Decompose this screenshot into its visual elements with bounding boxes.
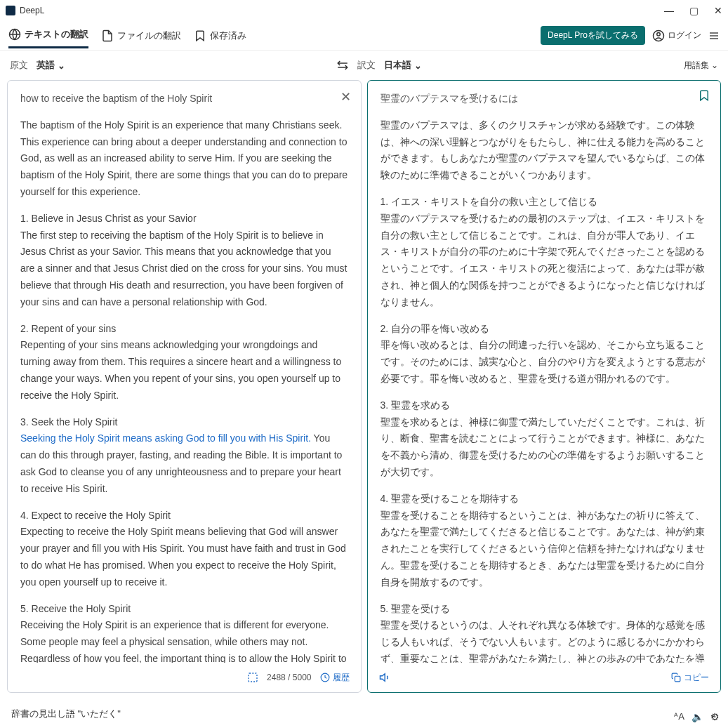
svg-point-2	[657, 32, 661, 36]
font-icon[interactable]: ᴬA	[674, 711, 684, 722]
history-button[interactable]: 履歴	[320, 672, 350, 684]
speaker-icon[interactable]	[379, 671, 392, 684]
translation-area: ✕ how to receive the baptism of the Holy…	[0, 80, 728, 700]
clear-source-icon[interactable]: ✕	[340, 89, 351, 105]
globe-icon	[8, 28, 21, 41]
chevron-down-icon: ⌄	[711, 60, 718, 70]
settings-icon[interactable]: ⚙	[710, 711, 720, 722]
select-icon[interactable]	[247, 672, 258, 683]
copy-button[interactable]: コピー	[671, 672, 709, 684]
source-text-area[interactable]: how to receive the baptism of the Holy S…	[8, 81, 361, 663]
app-title: DeepL	[20, 6, 44, 15]
window-titlebar: DeepL — ▢ ✕	[0, 0, 728, 21]
chevron-down-icon: ⌄	[414, 60, 422, 71]
tab-text-translate[interactable]: テキストの翻訳	[8, 22, 88, 48]
source-lang-selector[interactable]: 英語 ⌄	[37, 59, 65, 72]
target-pane-footer: コピー	[368, 663, 721, 692]
dictionary-bar[interactable]: 辞書の見出し語 "いただく" ⌄	[0, 700, 728, 728]
swap-languages-icon[interactable]	[336, 59, 349, 72]
glossary-button[interactable]: 用語集 ⌄	[684, 60, 718, 72]
bookmark-icon	[194, 29, 206, 42]
source-pane-footer: 2488 / 5000 履歴	[8, 663, 361, 692]
main-toolbar: テキストの翻訳 ファイルの翻訳 保存済み DeepL Proを試してみる ログイ…	[0, 21, 728, 51]
file-icon	[101, 29, 114, 42]
minimize-icon[interactable]: —	[664, 5, 674, 16]
user-icon	[652, 29, 665, 42]
svg-rect-8	[675, 676, 680, 682]
dictionary-label: 辞書の見出し語 "いただく"	[11, 708, 121, 720]
status-bar-icons: ᴬA 🔈 ⚙	[674, 711, 720, 722]
close-icon[interactable]: ✕	[714, 5, 722, 16]
maximize-icon[interactable]: ▢	[689, 5, 699, 16]
app-logo-icon	[6, 6, 15, 15]
target-lang-label: 訳文	[357, 59, 376, 72]
chevron-down-icon: ⌄	[58, 60, 65, 71]
target-pane: 聖霊のバプテスマを受けるには 聖霊のバプテスマは、多くのクリスチャンが求める経験…	[367, 80, 722, 693]
copy-icon	[671, 673, 681, 682]
target-text-area[interactable]: 聖霊のバプテスマを受けるには 聖霊のバプテスマは、多くのクリスチャンが求める経験…	[368, 81, 721, 663]
bookmark-translation-icon[interactable]	[698, 89, 710, 102]
login-button[interactable]: ログイン	[652, 29, 701, 42]
tab-file-translate[interactable]: ファイルの翻訳	[101, 24, 181, 48]
source-pane: ✕ how to receive the baptism of the Holy…	[7, 80, 362, 693]
history-icon	[320, 673, 330, 682]
tab-saved[interactable]: 保存済み	[194, 24, 246, 48]
menu-icon[interactable]	[708, 30, 720, 41]
target-lang-selector[interactable]: 日本語 ⌄	[384, 59, 422, 72]
svg-rect-6	[249, 673, 257, 682]
highlighted-text: Seeking the Holy Spirit means asking God…	[20, 432, 311, 444]
language-bar: 原文 英語 ⌄ 訳文 日本語 ⌄ 用語集 ⌄	[0, 51, 728, 80]
volume-icon[interactable]: 🔈	[691, 711, 703, 722]
try-pro-button[interactable]: DeepL Proを試してみる	[541, 26, 645, 45]
source-lang-label: 原文	[10, 59, 28, 72]
char-count: 2488 / 5000	[267, 673, 311, 682]
